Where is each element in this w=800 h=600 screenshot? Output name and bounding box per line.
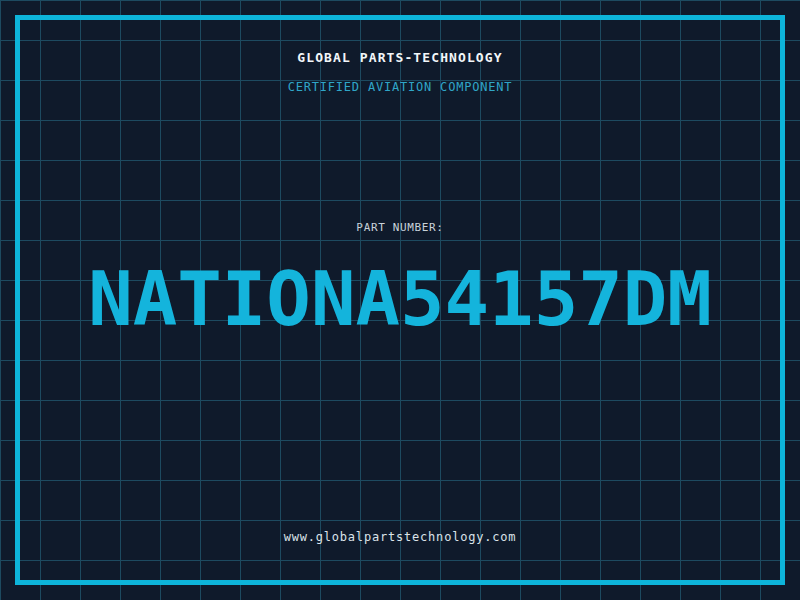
part-number-value: NATIONA54157DM xyxy=(0,262,800,336)
company-title: GLOBAL PARTS-TECHNOLOGY xyxy=(0,50,800,66)
website-link[interactable]: www.globalpartstechnology.com xyxy=(0,530,800,545)
certification-tagline: CERTIFIED AVIATION COMPONENT xyxy=(0,80,800,95)
part-number-label: PART NUMBER: xyxy=(0,220,800,235)
